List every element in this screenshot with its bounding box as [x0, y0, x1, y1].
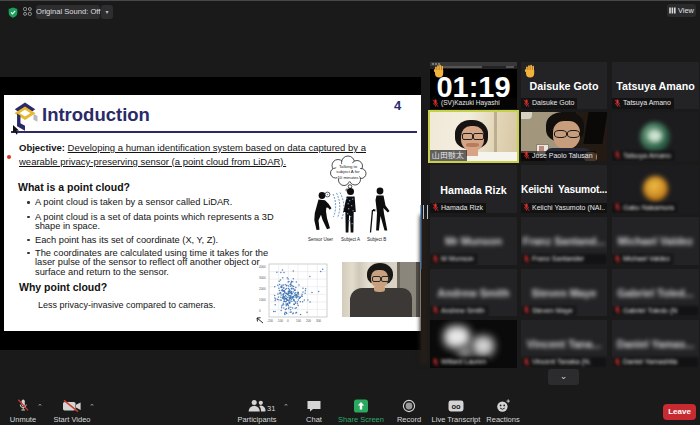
svg-text:0: 0 [287, 319, 289, 323]
svg-text:Talking to: Talking to [339, 164, 358, 169]
svg-text:3000: 3000 [259, 276, 266, 280]
svg-text:4000: 4000 [259, 265, 266, 269]
svg-text:-200: -200 [267, 319, 273, 323]
svg-text:Subject B: Subject B [367, 237, 386, 242]
svg-text:Subject A: Subject A [341, 237, 360, 242]
svg-text:1000: 1000 [259, 298, 266, 302]
svg-text:subject A for: subject A for [336, 169, 360, 174]
svg-text:-100: -100 [277, 319, 283, 323]
svg-text:0: 0 [259, 309, 261, 313]
svg-text:10 minutes: 10 minutes [337, 175, 358, 180]
svg-text:2000: 2000 [259, 287, 266, 291]
svg-text:100: 100 [296, 319, 301, 323]
svg-text:300: 300 [316, 319, 321, 323]
svg-text:200: 200 [306, 319, 311, 323]
svg-text:Sensor User: Sensor User [308, 237, 334, 242]
svg-text:oo: oo [451, 402, 461, 411]
